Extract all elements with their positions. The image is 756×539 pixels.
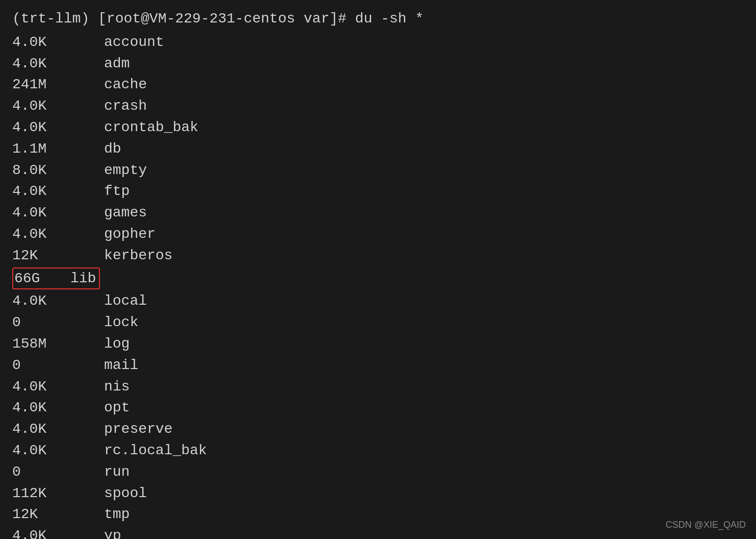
du-size: 4.0K (12, 96, 104, 116)
du-row: 112Kspool (12, 483, 744, 504)
du-name: ftp (104, 182, 130, 201)
du-row: 1.1Mdb (12, 138, 744, 160)
du-output: 4.0Kaccount4.0Kadm241Mcache4.0Kcrash4.0K… (12, 32, 744, 539)
du-size: 4.0K (12, 398, 104, 418)
watermark: CSDN @XIE_QAID (666, 519, 746, 531)
du-name: opt (104, 398, 130, 418)
du-name: nis (104, 377, 130, 397)
du-size: 4.0K (12, 225, 104, 244)
du-size: 4.0K (12, 203, 104, 223)
du-name: kerberos (104, 246, 172, 265)
du-row: 4.0Krc.local_bak (12, 440, 744, 461)
du-name: rc.local_bak (104, 441, 207, 460)
du-row: 8.0Kempty (12, 160, 744, 181)
du-row: 4.0Klocal (12, 290, 744, 312)
du-size: 4.0K (12, 33, 104, 52)
du-row: 4.0Kcrontab_bak (12, 117, 744, 138)
du-row: 158Mlog (12, 333, 744, 355)
du-row: 66Glib (12, 266, 744, 291)
du-row: 4.0Kgopher (12, 224, 744, 245)
du-size: 241M (12, 75, 104, 94)
du-size: 0 (12, 313, 104, 332)
du-row: 4.0Kaccount (12, 32, 744, 53)
du-size: 0 (12, 462, 104, 482)
du-name: lock (104, 313, 138, 332)
du-name: mail (104, 356, 138, 375)
du-row: 4.0Kadm (12, 53, 744, 75)
du-row: 4.0Kcrash (12, 95, 744, 117)
du-size: 12K (12, 505, 104, 524)
du-row: 4.0Kopt (12, 397, 744, 419)
terminal: (trt-llm) [root@VM-229-231-centos var]# … (12, 9, 744, 539)
du-row: 4.0Kftp (12, 181, 744, 202)
du-row: 0mail (12, 355, 744, 376)
du-row: 12Ktmp (12, 504, 744, 525)
du-size: 4.0K (12, 54, 104, 74)
du-size: 4.0K (12, 526, 104, 539)
du-name: local (104, 291, 147, 311)
du-name: account (104, 33, 164, 52)
du-name: tmp (104, 505, 130, 524)
du-name: adm (104, 54, 130, 74)
du-name-highlighted: lib (70, 269, 96, 288)
du-name: crontab_bak (104, 118, 198, 137)
du-row: 12Kkerberos (12, 245, 744, 266)
du-name: preserve (104, 420, 172, 439)
du-row: 4.0Kgames (12, 202, 744, 224)
du-size: 158M (12, 334, 104, 354)
du-size: 112K (12, 484, 104, 503)
prompt-line: (trt-llm) [root@VM-229-231-centos var]# … (12, 9, 744, 29)
du-name: empty (104, 161, 147, 180)
du-name: cache (104, 75, 147, 94)
du-size: 8.0K (12, 161, 104, 180)
du-size: 4.0K (12, 377, 104, 397)
du-name: crash (104, 96, 147, 116)
du-size-highlighted: 66G (14, 269, 70, 288)
du-name: games (104, 203, 147, 223)
du-name: run (104, 462, 130, 482)
du-name: yp (104, 526, 121, 539)
du-size: 4.0K (12, 441, 104, 460)
du-row: 0run (12, 461, 744, 483)
du-size: 4.0K (12, 420, 104, 439)
du-row: 4.0Kyp (12, 525, 744, 539)
du-size: 4.0K (12, 118, 104, 137)
du-size: 4.0K (12, 182, 104, 201)
du-name: db (104, 139, 121, 159)
du-size: 1.1M (12, 139, 104, 159)
du-name: gopher (104, 225, 156, 244)
du-name: log (104, 334, 130, 354)
du-size: 0 (12, 356, 104, 375)
du-row: 4.0Kpreserve (12, 419, 744, 440)
du-name: spool (104, 484, 147, 503)
du-size: 4.0K (12, 291, 104, 311)
du-row: 241Mcache (12, 74, 744, 95)
du-row: 0lock (12, 312, 744, 333)
du-size: 12K (12, 246, 104, 265)
du-row: 4.0Knis (12, 376, 744, 398)
